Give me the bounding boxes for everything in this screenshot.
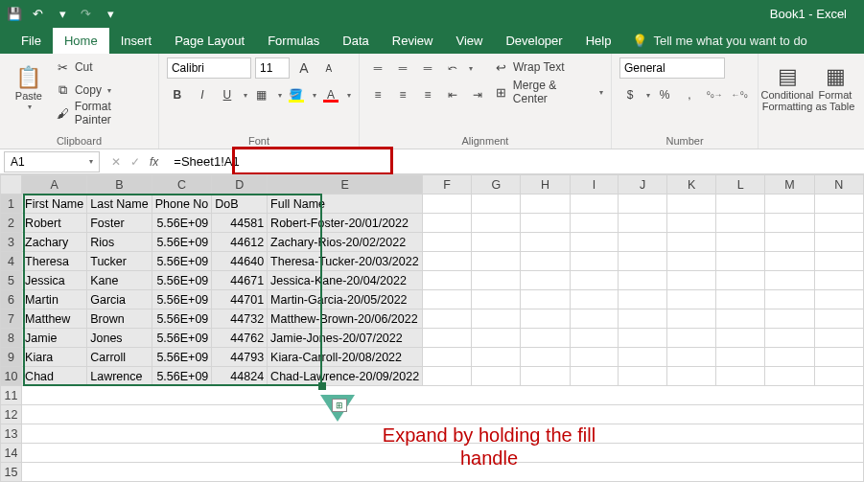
col-header[interactable]: G — [472, 175, 521, 195]
cell[interactable]: 5.56E+09 — [152, 367, 212, 386]
cell[interactable] — [570, 367, 619, 386]
row-header[interactable]: 3 — [1, 233, 22, 252]
col-header[interactable]: E — [268, 175, 423, 195]
cell[interactable] — [570, 290, 619, 309]
cell[interactable] — [765, 290, 815, 309]
cell[interactable] — [423, 329, 472, 348]
cell[interactable] — [716, 233, 765, 252]
borders-dropdown-icon[interactable]: ▾ — [278, 91, 282, 100]
cell[interactable] — [667, 195, 716, 214]
cell[interactable] — [667, 309, 716, 329]
cell[interactable] — [765, 309, 815, 329]
cell[interactable] — [472, 348, 521, 367]
col-header[interactable]: D — [212, 175, 268, 195]
row-header[interactable]: 6 — [1, 290, 22, 309]
decrease-decimal-button[interactable]: ←⁰₀ — [729, 84, 750, 105]
cut-button[interactable]: ✂Cut — [56, 57, 151, 77]
align-right-button[interactable]: ≡ — [417, 84, 438, 105]
cell[interactable]: Jessica — [22, 271, 87, 290]
cell[interactable] — [423, 233, 472, 252]
percent-button[interactable]: % — [654, 84, 675, 105]
cell[interactable] — [570, 348, 619, 367]
cell[interactable] — [667, 329, 716, 348]
cell[interactable] — [619, 233, 667, 252]
cell[interactable] — [423, 271, 472, 290]
cell[interactable]: 5.56E+09 — [152, 214, 212, 233]
fx-icon[interactable]: fx — [150, 155, 158, 169]
cell[interactable]: Zachary — [22, 233, 87, 252]
cell[interactable] — [667, 348, 716, 367]
underline-button[interactable]: U — [217, 84, 238, 105]
cell[interactable]: Jamie-Jones-20/07/2022 — [268, 329, 423, 348]
orientation-button[interactable]: ⤺ — [442, 57, 463, 79]
cell[interactable] — [814, 233, 863, 252]
cell[interactable] — [667, 214, 716, 233]
cell[interactable] — [716, 195, 765, 214]
cell[interactable] — [619, 195, 667, 214]
enter-formula-icon[interactable]: ✓ — [130, 155, 140, 169]
col-header[interactable]: H — [521, 175, 570, 195]
cell[interactable]: Robert-Foster-20/01/2022 — [268, 214, 423, 233]
tab-help[interactable]: Help — [574, 28, 623, 54]
cell[interactable] — [765, 233, 815, 252]
cell[interactable] — [667, 233, 716, 252]
cell[interactable] — [521, 195, 570, 214]
name-box-dropdown-icon[interactable]: ▾ — [89, 157, 93, 166]
tab-developer[interactable]: Developer — [494, 28, 573, 54]
cell[interactable]: 44762 — [212, 329, 268, 348]
undo-icon[interactable]: ↶ — [29, 5, 46, 22]
cell[interactable] — [814, 214, 863, 233]
cell[interactable] — [521, 348, 570, 367]
save-icon[interactable]: 💾 — [6, 5, 23, 22]
spreadsheet-grid[interactable]: A B C D E F G H I J K L M N 1 First Name… — [0, 174, 864, 482]
cell[interactable]: Kane — [87, 271, 152, 290]
col-header[interactable]: L — [716, 175, 765, 195]
cell[interactable]: First Name — [22, 195, 87, 214]
tab-home[interactable]: Home — [53, 28, 109, 54]
italic-button[interactable]: I — [192, 84, 213, 105]
cell[interactable] — [716, 271, 765, 290]
align-center-button[interactable]: ≡ — [392, 84, 413, 105]
cell[interactable] — [521, 233, 570, 252]
cell[interactable] — [814, 367, 863, 386]
currency-dropdown-icon[interactable]: ▾ — [646, 91, 650, 100]
cell[interactable]: Chad-Lawrence-20/09/2022 — [268, 367, 423, 386]
cell[interactable]: Carroll — [87, 348, 152, 367]
row-header[interactable]: 5 — [1, 271, 22, 290]
col-header[interactable]: F — [423, 175, 472, 195]
cell[interactable] — [619, 348, 667, 367]
col-header[interactable]: K — [667, 175, 716, 195]
decrease-indent-button[interactable]: ⇤ — [442, 84, 463, 105]
row-header[interactable]: 9 — [1, 348, 22, 367]
cell[interactable] — [423, 195, 472, 214]
tab-page-layout[interactable]: Page Layout — [163, 28, 256, 54]
cell[interactable] — [423, 290, 472, 309]
number-format-select[interactable] — [619, 57, 725, 79]
cell[interactable] — [22, 405, 864, 424]
cell[interactable] — [765, 214, 815, 233]
row-header[interactable]: 1 — [1, 195, 22, 214]
cell[interactable]: 5.56E+09 — [152, 309, 212, 329]
fill-handle[interactable] — [318, 382, 326, 390]
cell[interactable]: Full Name — [268, 195, 423, 214]
cell[interactable] — [570, 233, 619, 252]
row-header[interactable]: 15 — [1, 463, 22, 482]
cell[interactable] — [423, 252, 472, 271]
cell[interactable] — [521, 252, 570, 271]
cell[interactable] — [814, 329, 863, 348]
cell[interactable]: Martin — [22, 290, 87, 309]
wrap-text-button[interactable]: ↩Wrap Text — [494, 57, 603, 77]
cell[interactable] — [472, 271, 521, 290]
tab-review[interactable]: Review — [381, 28, 445, 54]
cell[interactable] — [472, 290, 521, 309]
cell[interactable] — [667, 252, 716, 271]
paste-dropdown-icon[interactable]: ▾ — [28, 103, 32, 111]
qat-customize-icon[interactable]: ▾ — [102, 5, 119, 22]
row-header[interactable]: 2 — [1, 214, 22, 233]
cell[interactable] — [521, 271, 570, 290]
cell[interactable]: Jones — [87, 329, 152, 348]
cell[interactable]: Garcia — [87, 290, 152, 309]
merge-center-button[interactable]: ⊞Merge & Center▾ — [494, 82, 603, 102]
fill-color-dropdown-icon[interactable]: ▾ — [313, 91, 316, 100]
cell[interactable] — [765, 367, 815, 386]
